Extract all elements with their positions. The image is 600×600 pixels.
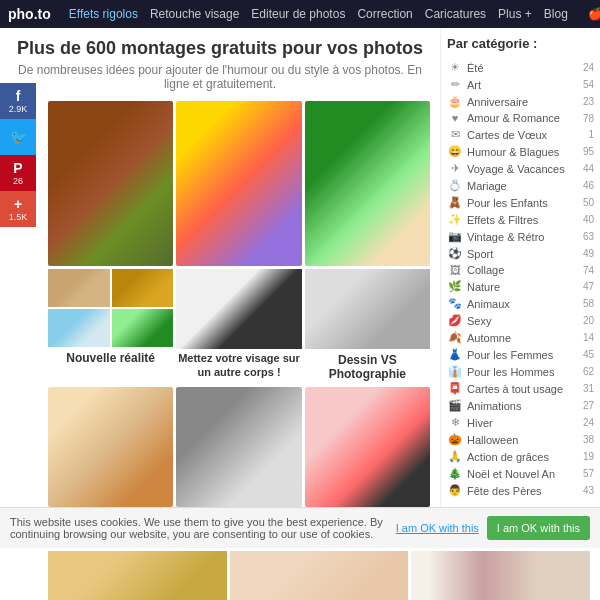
cat-count-22: 38 <box>583 434 594 445</box>
category-item-20[interactable]: 🎬Animations27 <box>447 397 594 414</box>
category-item-23[interactable]: 🙏Action de grâces19 <box>447 448 594 465</box>
category-item-24[interactable]: 🎄Noël et Nouvel An57 <box>447 465 594 482</box>
cat-icon-23: 🙏 <box>447 450 463 463</box>
googleplus-count: 1.5K <box>9 212 28 222</box>
photo-nr-4[interactable] <box>112 309 174 347</box>
twitter-button[interactable]: 🐦 <box>0 119 36 155</box>
cat-count-10: 63 <box>583 231 594 242</box>
category-item-1[interactable]: ✏Art54 <box>447 76 594 93</box>
category-item-9[interactable]: ✨Effets & Filtres40 <box>447 211 594 228</box>
cat-count-7: 46 <box>583 180 594 191</box>
photo-nr-2[interactable] <box>112 269 174 307</box>
category-item-13[interactable]: 🌿Nature47 <box>447 278 594 295</box>
cat-icon-6: ✈ <box>447 162 463 175</box>
photo-woman-green[interactable] <box>305 101 430 266</box>
cookie-link[interactable]: I am OK with this <box>396 522 479 534</box>
cat-icon-8: 🧸 <box>447 196 463 209</box>
logo[interactable]: pho.to <box>8 6 51 22</box>
category-item-14[interactable]: 🐾Animaux58 <box>447 295 594 312</box>
cat-count-0: 24 <box>583 62 594 73</box>
googleplus-icon: + <box>14 196 22 212</box>
bottom-photo-3[interactable] <box>411 551 590 600</box>
cat-name-7: Mariage <box>467 180 583 192</box>
category-item-15[interactable]: 💋Sexy20 <box>447 312 594 329</box>
cat-count-16: 14 <box>583 332 594 343</box>
cat-name-13: Nature <box>467 281 583 293</box>
nav-plus[interactable]: Plus + <box>498 7 532 21</box>
category-item-4[interactable]: ✉Cartes de Vœux1 <box>447 126 594 143</box>
cat-icon-5: 😄 <box>447 145 463 158</box>
page-subtitle: De nombreuses idées pour ajouter de l'hu… <box>10 63 430 91</box>
cat-icon-19: 📮 <box>447 382 463 395</box>
pinterest-button[interactable]: P 26 <box>0 155 36 191</box>
category-item-2[interactable]: 🎂Anniversaire23 <box>447 93 594 110</box>
category-item-21[interactable]: ❄Hiver24 <box>447 414 594 431</box>
twitter-icon: 🐦 <box>10 129 27 145</box>
page-title: Plus de 600 montages gratuits pour vos p… <box>10 38 430 59</box>
nav-caricatures[interactable]: Caricatures <box>425 7 486 21</box>
category-item-17[interactable]: 👗Pour les Femmes45 <box>447 346 594 363</box>
cat-name-23: Action de grâces <box>467 451 583 463</box>
photo-clown[interactable] <box>176 101 301 266</box>
cat-count-21: 24 <box>583 417 594 428</box>
pinterest-icon: P <box>13 160 22 176</box>
nav-effets-rigolos[interactable]: Effets rigolos <box>69 7 138 21</box>
cat-icon-24: 🎄 <box>447 467 463 480</box>
cat-count-11: 49 <box>583 248 594 259</box>
category-item-7[interactable]: 💍Mariage46 <box>447 177 594 194</box>
bottom-photo-1[interactable] <box>48 551 227 600</box>
cat-icon-2: 🎂 <box>447 95 463 108</box>
category-item-3[interactable]: ♥Amour & Romance78 <box>447 110 594 126</box>
category-item-5[interactable]: 😄Humour & Blagues95 <box>447 143 594 160</box>
googleplus-button[interactable]: + 1.5K <box>0 191 36 227</box>
category-item-0[interactable]: ☀Été24 <box>447 59 594 76</box>
nav-apple-icon[interactable]: 🍎 <box>588 7 600 21</box>
cat-icon-15: 💋 <box>447 314 463 327</box>
photo-woman-1[interactable] <box>48 387 173 507</box>
cat-name-9: Effets & Filtres <box>467 214 583 226</box>
photo-woman-bw[interactable] <box>176 387 301 507</box>
category-item-19[interactable]: 📮Cartes à tout usage31 <box>447 380 594 397</box>
main-layout: f 2.9K 🐦 P 26 + 1.5K Plus de 600 montage… <box>0 28 600 507</box>
cat-icon-11: ⚽ <box>447 247 463 260</box>
label-nouvelle-realite: Nouvelle réalité <box>48 351 173 365</box>
nav-retouche[interactable]: Retouche visage <box>150 7 239 21</box>
category-item-11[interactable]: ⚽Sport49 <box>447 245 594 262</box>
category-item-22[interactable]: 🎃Halloween38 <box>447 431 594 448</box>
cat-icon-7: 💍 <box>447 179 463 192</box>
nav-editeur[interactable]: Editeur de photos <box>251 7 345 21</box>
cat-name-25: Fête des Pères <box>467 485 583 497</box>
cat-name-16: Automne <box>467 332 583 344</box>
cat-name-18: Pour les Hommes <box>467 366 583 378</box>
cat-count-12: 74 <box>583 265 594 276</box>
category-item-16[interactable]: 🍂Automne14 <box>447 329 594 346</box>
category-item-8[interactable]: 🧸Pour les Enfants50 <box>447 194 594 211</box>
category-item-25[interactable]: 👨Fête des Pères43 <box>447 482 594 499</box>
cat-icon-3: ♥ <box>447 112 463 124</box>
cat-name-11: Sport <box>467 248 583 260</box>
cat-icon-14: 🐾 <box>447 297 463 310</box>
category-item-10[interactable]: 📷Vintage & Rétro63 <box>447 228 594 245</box>
cat-name-4: Cartes de Vœux <box>467 129 588 141</box>
facebook-button[interactable]: f 2.9K <box>0 83 36 119</box>
photo-sketch[interactable] <box>305 269 430 349</box>
cat-icon-9: ✨ <box>447 213 463 226</box>
category-item-12[interactable]: 🖼Collage74 <box>447 262 594 278</box>
nav-blog[interactable]: Blog <box>544 7 568 21</box>
photo-hands[interactable] <box>176 269 301 349</box>
bottom-photo-2[interactable] <box>230 551 409 600</box>
cookie-ok-button[interactable]: I am OK with this <box>487 516 590 540</box>
photo-nr-1[interactable] <box>48 269 110 307</box>
category-item-6[interactable]: ✈Voyage & Vacances44 <box>447 160 594 177</box>
photo-graffiti[interactable] <box>48 101 173 266</box>
cat-count-5: 95 <box>583 146 594 157</box>
nav-correction[interactable]: Correction <box>357 7 412 21</box>
photo-nr-3[interactable] <box>48 309 110 347</box>
photo-lips[interactable] <box>305 387 430 507</box>
category-item-18[interactable]: 👔Pour les Hommes62 <box>447 363 594 380</box>
cat-icon-20: 🎬 <box>447 399 463 412</box>
cat-count-14: 58 <box>583 298 594 309</box>
cat-icon-4: ✉ <box>447 128 463 141</box>
cat-count-2: 23 <box>583 96 594 107</box>
label-dessin-vs-photo: Dessin VS Photographie <box>305 353 430 381</box>
